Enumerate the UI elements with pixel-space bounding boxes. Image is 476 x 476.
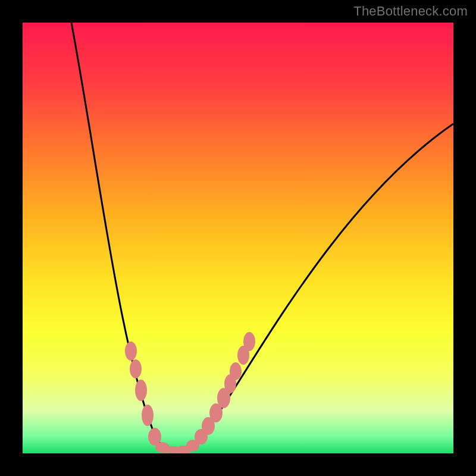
- curve-marker: [142, 405, 154, 426]
- chart-svg: [23, 23, 453, 453]
- watermark-text: TheBottleneck.com: [353, 4, 468, 19]
- v-curve: [71, 23, 453, 453]
- curve-marker: [243, 332, 255, 351]
- curve-marker: [230, 362, 242, 380]
- chart-frame: TheBottleneck.com: [0, 0, 476, 476]
- marker-group: [125, 332, 255, 453]
- curve-marker: [135, 380, 147, 401]
- curve-marker: [125, 342, 137, 361]
- curve-marker: [130, 359, 142, 378]
- plot-area: [23, 23, 453, 453]
